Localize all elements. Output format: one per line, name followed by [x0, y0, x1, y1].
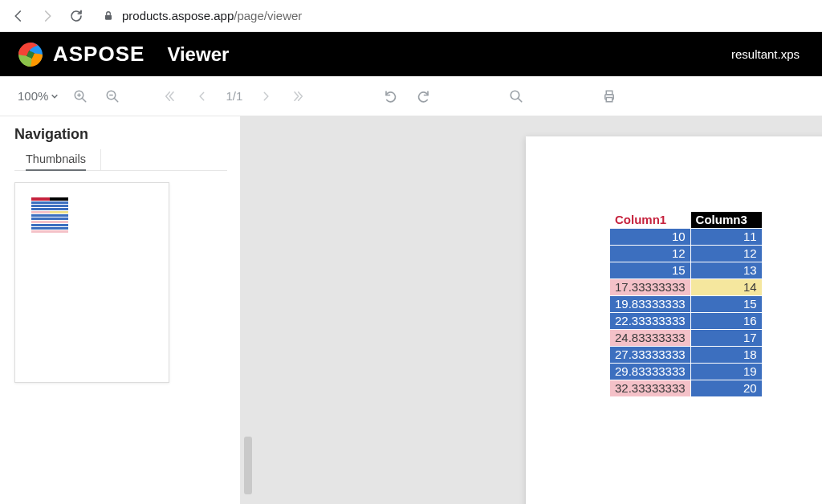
document-viewer[interactable]: Column1Column310111212151317.33333333141…	[241, 116, 822, 504]
zoom-value: 100%	[18, 89, 48, 103]
cell: 14	[690, 279, 762, 296]
cell: 17	[690, 330, 762, 347]
svg-rect-12	[606, 91, 612, 95]
page-thumbnail-1[interactable]	[14, 182, 169, 383]
cell: 19.83333333	[610, 296, 691, 313]
app-name: Viewer	[167, 43, 229, 66]
svg-line-10	[518, 98, 522, 102]
search-button[interactable]	[503, 83, 530, 110]
col-header-1: Column1	[610, 212, 691, 229]
table-row: 17.3333333314	[610, 279, 763, 296]
table-row: 29.8333333319	[610, 364, 763, 380]
cell: 18	[690, 347, 762, 364]
document-filename: resultant.xps	[731, 47, 800, 61]
thumbnail-preview	[31, 197, 68, 233]
page-indicator: 1/1	[221, 89, 247, 103]
app-header: ASPOSE Viewer resultant.xps	[0, 32, 822, 76]
zoom-out-button[interactable]	[99, 83, 126, 110]
cell: 32.33333333	[610, 380, 691, 397]
url-path: /page/viewer	[234, 9, 302, 22]
cell: 17.33333333	[610, 279, 691, 296]
sidebar-title: Navigation	[14, 126, 227, 143]
lock-icon	[103, 10, 114, 22]
zoom-in-button[interactable]	[67, 83, 94, 110]
table-row: 1212	[610, 246, 763, 262]
cell: 16	[690, 313, 762, 330]
cell: 27.33333333	[610, 347, 691, 364]
cell: 22.33333333	[610, 313, 691, 330]
last-page-button[interactable]	[284, 83, 311, 110]
browser-chrome: products.aspose.app/page/viewer	[0, 0, 822, 32]
cell: 19	[690, 364, 762, 380]
svg-rect-13	[606, 97, 612, 101]
svg-line-7	[115, 98, 119, 102]
table-row: 19.8333333315	[610, 296, 763, 313]
table-row: 1513	[610, 262, 763, 279]
toolbar: 100% 1/1	[0, 76, 822, 116]
cell: 29.83333333	[610, 364, 691, 380]
document-page: Column1Column310111212151317.33333333141…	[526, 136, 822, 504]
browser-back-button[interactable]	[10, 7, 27, 25]
print-button[interactable]	[596, 83, 623, 110]
zoom-select[interactable]: 100%	[14, 86, 62, 106]
cell: 15	[610, 262, 691, 279]
brand-logo[interactable]: ASPOSE	[16, 40, 144, 69]
browser-forward-button[interactable]	[39, 7, 56, 25]
workspace: Navigation Thumbnails Column1Column31011…	[0, 116, 822, 504]
url-domain: products.aspose.app	[122, 9, 234, 22]
table-row: 24.8333333317	[610, 330, 763, 347]
brand-name: ASPOSE	[53, 42, 144, 67]
tab-thumbnails[interactable]: Thumbnails	[26, 149, 101, 170]
address-bar[interactable]: products.aspose.app/page/viewer	[96, 9, 812, 22]
next-page-button[interactable]	[252, 83, 279, 110]
thumbnails-panel	[14, 171, 227, 383]
cell: 24.83333333	[610, 330, 691, 347]
sidebar: Navigation Thumbnails	[0, 116, 241, 504]
cell: 12	[690, 246, 762, 262]
data-table: Column1Column310111212151317.33333333141…	[609, 211, 763, 397]
aspose-swirl-icon	[16, 40, 45, 69]
table-row: 27.3333333318	[610, 347, 763, 364]
prev-page-button[interactable]	[189, 83, 216, 110]
caret-down-icon	[51, 92, 59, 100]
svg-line-3	[83, 98, 87, 102]
undo-button[interactable]	[377, 83, 405, 110]
cell: 15	[690, 296, 762, 313]
table-row: 1011	[610, 229, 763, 246]
cell: 10	[610, 229, 691, 246]
first-page-button[interactable]	[157, 83, 184, 110]
cell: 20	[690, 380, 762, 397]
sidebar-resize-handle[interactable]	[244, 437, 252, 494]
browser-reload-button[interactable]	[67, 7, 85, 25]
redo-button[interactable]	[409, 83, 437, 110]
sidebar-tabs: Thumbnails	[14, 149, 227, 171]
table-row: 22.3333333316	[610, 313, 763, 330]
cell: 13	[690, 262, 762, 279]
table-row: 32.3333333320	[610, 380, 763, 397]
svg-rect-0	[105, 14, 112, 19]
cell: 11	[690, 229, 762, 246]
cell: 12	[610, 246, 691, 262]
col-header-2: Column3	[690, 212, 762, 229]
